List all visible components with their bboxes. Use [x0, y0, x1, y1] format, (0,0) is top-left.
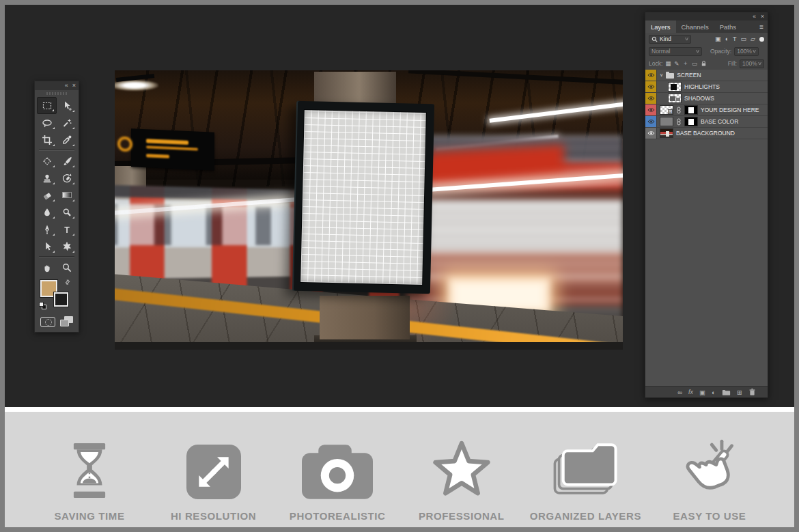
crop-tool[interactable]: [37, 131, 57, 148]
visibility-toggle[interactable]: [645, 70, 657, 81]
collapse-panel-button[interactable]: «: [65, 83, 68, 89]
opacity-value-dropdown[interactable]: 100% ∨: [734, 47, 759, 56]
eye-icon: [647, 72, 655, 78]
layer-mask-thumbnail[interactable]: [684, 105, 698, 115]
eyedropper-icon: [61, 135, 72, 145]
fill-layer-thumbnail[interactable]: [660, 117, 673, 126]
close-panel-button[interactable]: ×: [72, 83, 76, 89]
eyedropper-tool[interactable]: [57, 131, 76, 148]
filter-kind-dropdown[interactable]: Kind ∨: [649, 35, 691, 44]
gradient-tool[interactable]: [57, 186, 76, 204]
layer-name: HIGHLIGHTS: [684, 83, 720, 90]
new-layer-icon[interactable]: ⊞: [737, 389, 742, 396]
swap-colors-icon[interactable]: ⇄: [64, 278, 72, 286]
layer-row-your-design-here[interactable]: ▤ YOUR DESIGN HERE: [645, 104, 768, 116]
layer-list-empty-area: [645, 139, 768, 386]
led-sign-logo: [117, 136, 132, 152]
lock-row: Lock: ▦ ✎ ＋ ▭ Fill: 100% ∨: [645, 57, 768, 70]
healing-patch-tool[interactable]: [37, 152, 57, 169]
tab-paths[interactable]: Paths: [714, 20, 742, 33]
filter-smart-objects-icon[interactable]: ▱: [751, 36, 755, 42]
feature-easy-to-use: EASY TO USE: [652, 412, 767, 527]
brush-tool[interactable]: [57, 152, 76, 169]
collapse-panel-button[interactable]: «: [753, 14, 756, 19]
link-layers-icon[interactable]: ∞: [677, 389, 682, 396]
image-layer-thumbnail[interactable]: [660, 128, 673, 138]
lock-transparency-icon[interactable]: ▦: [665, 60, 671, 67]
history-brush-tool[interactable]: [57, 169, 76, 186]
add-mask-icon[interactable]: ▣: [699, 389, 705, 396]
quick-mask-button[interactable]: [40, 317, 55, 327]
layer-row-shadows[interactable]: SHADOWS: [645, 93, 768, 104]
crop-icon: [42, 135, 53, 145]
tools-panel-grip[interactable]: [35, 90, 79, 96]
layer-style-icon[interactable]: fx: [688, 389, 693, 395]
lasso-tool[interactable]: [37, 114, 57, 131]
rectangular-marquee-tool[interactable]: [37, 97, 57, 114]
lock-artboard-icon[interactable]: ▭: [692, 60, 697, 67]
pen-tool[interactable]: [37, 221, 57, 238]
type-icon: T: [61, 224, 72, 235]
page-frame: « ×: [0, 0, 799, 532]
tools-panel-header: « ×: [35, 81, 79, 90]
document-canvas[interactable]: [115, 70, 623, 350]
layer-thumbnail[interactable]: [668, 82, 682, 92]
eye-icon: [647, 130, 655, 136]
visibility-toggle[interactable]: [645, 116, 657, 127]
close-panel-button[interactable]: ×: [761, 14, 764, 19]
custom-shape-tool[interactable]: [57, 238, 76, 255]
dodge-tool[interactable]: [57, 204, 76, 221]
eye-icon: [647, 119, 655, 124]
visibility-toggle[interactable]: [645, 128, 657, 139]
blend-mode-dropdown[interactable]: Normal ∨: [649, 47, 702, 56]
trash-icon[interactable]: [748, 388, 756, 396]
group-caret-icon[interactable]: ∨: [660, 72, 663, 78]
panel-menu-icon[interactable]: ≡: [755, 20, 768, 33]
clone-stamp-tool[interactable]: [37, 169, 57, 186]
screen-mode-button[interactable]: [60, 316, 74, 327]
filter-adjustment-layers-icon[interactable]: ◐: [725, 36, 729, 42]
mask-link-icon[interactable]: [676, 107, 682, 114]
led-destination-sign: [131, 128, 214, 170]
layer-row-base-background[interactable]: BASE BACKGROUND: [645, 128, 768, 139]
lock-all-icon[interactable]: [701, 60, 707, 67]
background-color-swatch[interactable]: [54, 292, 68, 307]
path-selection-tool[interactable]: [37, 238, 57, 255]
layer-mask-thumbnail[interactable]: [684, 117, 698, 126]
visibility-toggle[interactable]: [645, 104, 657, 115]
lock-position-icon[interactable]: ＋: [682, 59, 688, 68]
lock-paint-icon[interactable]: ✎: [674, 60, 679, 67]
opacity-label: Opacity:: [710, 48, 731, 55]
move-tool[interactable]: [57, 97, 76, 114]
layer-row-highlights[interactable]: HIGHLIGHTS: [645, 81, 768, 93]
star-icon: [431, 440, 492, 499]
eraser-tool[interactable]: [37, 186, 57, 204]
chevron-down-icon: ∨: [695, 48, 700, 54]
smart-object-thumbnail[interactable]: ▤: [660, 105, 673, 115]
lightbox-billboard: [292, 101, 434, 294]
patch-icon: [42, 156, 53, 167]
visibility-toggle[interactable]: [645, 81, 657, 92]
filter-pixel-layers-icon[interactable]: ▣: [715, 36, 721, 42]
zoom-tool[interactable]: [57, 259, 76, 276]
magic-wand-tool[interactable]: [57, 114, 76, 131]
filter-type-layers-icon[interactable]: T: [733, 36, 737, 42]
new-group-icon[interactable]: [722, 389, 731, 396]
layer-row-base-color[interactable]: BASE COLOR: [645, 116, 768, 128]
layer-row-screen[interactable]: ∨ SCREEN: [645, 70, 768, 81]
hand-tool[interactable]: [37, 259, 57, 276]
layer-thumbnail[interactable]: [668, 94, 682, 103]
default-colors-icon[interactable]: [39, 302, 47, 310]
adjustment-layer-icon[interactable]: ◐: [712, 389, 716, 396]
mask-link-icon[interactable]: [676, 118, 682, 126]
tab-layers[interactable]: Layers: [645, 20, 676, 33]
fill-value-dropdown[interactable]: 100% ∨: [740, 59, 764, 68]
tab-channels[interactable]: Channels: [676, 20, 714, 33]
camera-icon: [302, 445, 373, 499]
filter-toggle-icon[interactable]: [759, 37, 764, 42]
visibility-toggle[interactable]: [645, 93, 657, 104]
photo-bottom-shadow: [115, 342, 623, 350]
filter-shape-layers-icon[interactable]: ▭: [741, 36, 747, 42]
blur-tool[interactable]: [37, 204, 57, 221]
type-tool[interactable]: T: [57, 221, 76, 238]
